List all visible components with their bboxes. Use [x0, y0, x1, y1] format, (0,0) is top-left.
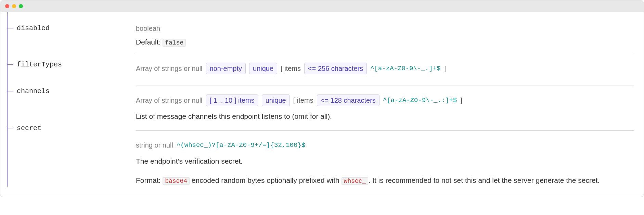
- property-description: List of message channels this endpoint l…: [136, 110, 634, 123]
- property-body-secret: string or null ^(whsec_)?[a-zA-Z0-9+/=]{…: [136, 130, 634, 187]
- property-descriptions: boolean Default: false Array of strings …: [136, 12, 644, 187]
- type-line: boolean: [136, 22, 634, 35]
- format-tail: . It is recommended to not set this and …: [368, 176, 600, 184]
- property-body-filtertypes: Array of strings or null non-empty uniqu…: [136, 54, 634, 86]
- type-text: Array of strings or null: [136, 94, 203, 106]
- format-text: Format: base64 encoded random bytes opti…: [136, 174, 634, 187]
- description-text: List of message channels this endpoint l…: [136, 110, 634, 123]
- code-inline: base64: [163, 177, 190, 185]
- default-value: false: [163, 39, 186, 47]
- property-description: The endpoint's verification secret. Form…: [136, 155, 634, 187]
- tree-tick: [7, 91, 13, 91]
- maximize-icon[interactable]: [19, 4, 23, 8]
- format-label: Format:: [136, 176, 160, 184]
- description-text: The endpoint's verification secret.: [136, 155, 634, 168]
- tree-tick: [7, 28, 13, 28]
- tree-tick: [7, 128, 13, 128]
- property-name-disabled[interactable]: disabled: [7, 24, 50, 32]
- pattern-text: ^(whsec_)?[a-zA-Z0-9+/=]{32,100}$: [177, 139, 305, 151]
- constraint-chip: unique: [262, 94, 290, 106]
- close-icon[interactable]: [5, 4, 9, 8]
- items-close: ]: [461, 94, 463, 106]
- type-text: boolean: [136, 22, 160, 35]
- property-name-secret[interactable]: secret: [7, 124, 41, 132]
- pattern-text: ^[a-zA-Z0-9\-_.]+$: [370, 63, 440, 74]
- items-open: [ items: [281, 62, 301, 75]
- schema-content: disabled filterTypes channels secret boo…: [0, 12, 644, 197]
- window-controls: [5, 4, 23, 8]
- property-label: disabled: [17, 24, 50, 32]
- type-line: string or null ^(whsec_)?[a-zA-Z0-9+/=]{…: [136, 139, 634, 151]
- constraint-chip: unique: [249, 63, 277, 74]
- format-mid: encoded random bytes optionally prefixed…: [190, 176, 342, 184]
- tree-tick: [7, 64, 13, 65]
- property-label: channels: [17, 87, 50, 95]
- type-line: Array of strings or null [ 1 .. 10 ] ite…: [136, 94, 634, 106]
- items-open: [ items: [293, 94, 313, 106]
- default-line: Default: false: [136, 38, 634, 46]
- property-name-channels[interactable]: channels: [7, 87, 50, 95]
- property-body-disabled: boolean Default: false: [136, 12, 634, 54]
- property-tree: disabled filterTypes channels secret: [0, 12, 136, 187]
- constraint-chip: <= 256 characters: [304, 63, 367, 74]
- code-inline: whsec_: [342, 177, 369, 185]
- constraint-chip: <= 128 characters: [317, 94, 379, 106]
- tree-line: [7, 12, 8, 187]
- property-label: secret: [17, 124, 41, 132]
- minimize-icon[interactable]: [12, 4, 16, 8]
- default-label: Default:: [136, 38, 160, 46]
- constraint-chip: [ 1 .. 10 ] items: [206, 94, 258, 106]
- window: disabled filterTypes channels secret boo…: [0, 0, 644, 197]
- items-close: ]: [444, 62, 446, 75]
- pattern-text: ^[a-zA-Z0-9\-_.:]+$: [383, 94, 457, 106]
- property-body-channels: Array of strings or null [ 1 .. 10 ] ite…: [136, 86, 634, 130]
- type-text: string or null: [136, 139, 173, 151]
- type-line: Array of strings or null non-empty uniqu…: [136, 62, 634, 75]
- window-titlebar: [0, 0, 644, 12]
- property-name-filtertypes[interactable]: filterTypes: [7, 61, 62, 68]
- constraint-chip: non-empty: [206, 63, 246, 74]
- property-label: filterTypes: [17, 61, 62, 68]
- type-text: Array of strings or null: [136, 62, 203, 75]
